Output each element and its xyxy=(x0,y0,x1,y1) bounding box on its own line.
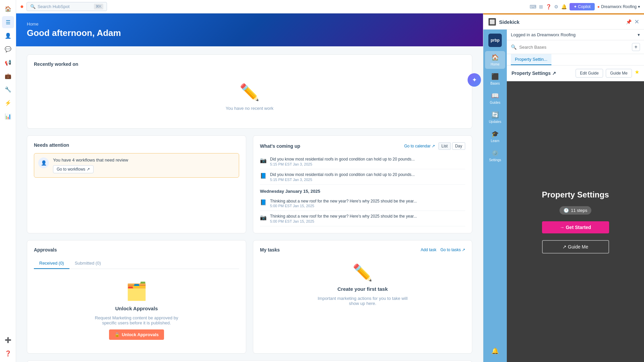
event-title-3: Thinking about a new roof for the new ye… xyxy=(270,198,417,204)
sidebar-reports-icon[interactable]: 📊 xyxy=(2,110,14,122)
copilot-button[interactable]: ✦ Copilot xyxy=(570,3,595,10)
add-task-link[interactable]: Add task xyxy=(421,247,436,252)
guide-me-header-button[interactable]: Guide Me xyxy=(606,69,632,78)
go-to-calendar-link[interactable]: Go to calendar ↗ xyxy=(404,144,435,148)
grid-icon[interactable]: ⊞ xyxy=(539,4,543,9)
sidebar-automation-icon[interactable]: ⚡ xyxy=(2,97,14,109)
workflow-message: You have 4 workflows that need review xyxy=(53,157,128,163)
get-started-button[interactable]: → Get Started xyxy=(542,221,609,233)
bases-nav-icon: ⬛ xyxy=(491,73,499,80)
recently-worked-card: Recently worked on ✏️ You have no recent… xyxy=(27,54,472,129)
sidekick-panel: 🔲 Sidekick 📌 ✕ prbp 🏠 Home xyxy=(483,13,644,362)
sidebar-menu-icon[interactable]: ☰ xyxy=(2,16,14,28)
sidekick-title: 🔲 Sidekick xyxy=(488,18,520,26)
view-list-button[interactable]: List xyxy=(438,142,451,150)
get-started-label: → Get Started xyxy=(560,225,591,230)
sidebar-help-icon[interactable]: ❓ xyxy=(2,347,14,359)
sidebar-conversations-icon[interactable]: 💬 xyxy=(2,43,14,55)
account-button[interactable]: ● Dreamworx Roofing ▾ xyxy=(597,4,640,9)
event-title-4: Thinking about a new roof for the new ye… xyxy=(270,214,417,219)
workflow-icon: 👤 xyxy=(38,157,49,168)
learn-nav-icon: 🎓 xyxy=(491,130,499,138)
coming-up-title: What's coming up xyxy=(260,143,300,149)
ps-actions: Edit Guide Guide Me ★ xyxy=(576,69,639,78)
star-icon[interactable]: ★ xyxy=(635,69,639,78)
sidekick-nav-home[interactable]: 🏠 Home xyxy=(485,51,505,69)
view-day-button[interactable]: Day xyxy=(452,142,465,150)
event-item-2: 📘 Did you know most residential roofs in… xyxy=(260,169,465,185)
keyboard-icon[interactable]: ⌨ xyxy=(530,4,536,9)
property-settings-card: Property Settings 🕐 11 steps → Get Start… xyxy=(507,81,644,362)
sidekick-pin-icon[interactable]: 📌 xyxy=(626,19,632,25)
create-task-title: Create your first task xyxy=(337,286,388,292)
search-shortcut: ⌘K xyxy=(94,4,103,9)
unlock-btn-label: Unlock Approvals xyxy=(122,332,159,337)
sidekick-nav-learn[interactable]: 🎓 Learn xyxy=(485,128,505,145)
help-circle-icon[interactable]: ❓ xyxy=(546,4,551,9)
go-to-tasks-link[interactable]: Go to tasks ↗ xyxy=(440,247,465,252)
event-content-3: Thinking about a new roof for the new ye… xyxy=(270,198,417,208)
settings-icon[interactable]: ⚙ xyxy=(554,4,558,9)
unlock-approvals-button[interactable]: 🔒 Unlock Approvals xyxy=(109,329,164,340)
approvals-card: Approvals Received (0) Submitted (0) 🗂️ … xyxy=(27,240,246,354)
sidebar-contacts-icon[interactable]: 👤 xyxy=(2,30,14,42)
tab-submitted[interactable]: Submitted (0) xyxy=(69,258,106,269)
updates-nav-label: Updates xyxy=(489,120,501,124)
guides-nav-label: Guides xyxy=(490,101,500,104)
edit-guide-button[interactable]: Edit Guide xyxy=(576,69,603,78)
magic-circle-button[interactable]: ✦ xyxy=(468,73,481,87)
create-task-desc: Important marketing actions for you to t… xyxy=(316,296,410,306)
main-content: Home Good afternoon, Adam Recently worke… xyxy=(16,13,483,362)
instagram-icon-2: 📷 xyxy=(260,214,267,221)
property-settings-header: Property Settings ↗ Edit Guide Guide Me … xyxy=(507,65,644,81)
feedback-bar: 🤔 Are we missing something? Let us know … xyxy=(27,360,472,362)
needs-attention-card: Needs attention 👤 You have 4 workflows t… xyxy=(27,135,246,233)
sidekick-header: 🔲 Sidekick 📌 ✕ xyxy=(483,14,644,30)
top-bar-actions: ⌨ ⊞ ❓ ⚙ 🔔 ✦ Copilot ● Dreamworx Roofing … xyxy=(530,3,640,10)
settings-nav-icon: ⚙️ xyxy=(491,149,499,157)
recently-worked-title: Recently worked on xyxy=(34,61,465,67)
add-base-button[interactable]: + xyxy=(632,43,640,51)
sidebar-home-icon[interactable]: 🏠 xyxy=(2,3,14,15)
sidekick-close-button[interactable]: ✕ xyxy=(634,18,639,26)
sidebar-sales-icon[interactable]: 💼 xyxy=(2,70,14,82)
search-bases-input[interactable] xyxy=(519,45,629,50)
logged-in-dropdown[interactable]: Logged in as Dreamworx Roofing ▾ xyxy=(507,30,644,40)
sidebar-service-icon[interactable]: 🔧 xyxy=(2,83,14,95)
sidekick-nav-guides[interactable]: 📖 Guides xyxy=(485,89,505,107)
event-time-2: 5:15 PM EST Jan 3, 2025 xyxy=(270,178,415,182)
event-content-1: Did you know most residential roofs in g… xyxy=(270,156,415,166)
event-title-1: Did you know most residential roofs in g… xyxy=(270,156,415,162)
home-greeting: Good afternoon, Adam xyxy=(27,28,472,38)
lock-icon: 🔒 xyxy=(114,332,120,337)
workflow-alert: 👤 You have 4 workflows that need review … xyxy=(34,153,239,178)
pencil-icon: ✏️ xyxy=(239,83,260,102)
guide-me-card-button[interactable]: ↗ Guide Me xyxy=(542,240,609,254)
bell-icon[interactable]: 🔔 xyxy=(561,4,567,9)
unlock-title: Unlock Approvals xyxy=(115,306,158,311)
guide-me-card-label: ↗ Guide Me xyxy=(562,244,588,250)
guides-nav-icon: 📖 xyxy=(491,92,499,99)
tab-received[interactable]: Received (0) xyxy=(34,258,69,269)
event-time-4: 5:00 PM EST Jan 15, 2025 xyxy=(270,219,417,223)
unlock-state: 🗂️ Unlock Approvals Request Marketing co… xyxy=(34,274,239,347)
copilot-label: Copilot xyxy=(578,4,590,9)
hubspot-logo: ● xyxy=(20,3,24,10)
my-tasks-header: My tasks Add task Go to tasks ↗ xyxy=(260,247,465,253)
event-item-1: 📷 Did you know most residential roofs in… xyxy=(260,154,465,169)
workflow-message-area: You have 4 workflows that need review Go… xyxy=(53,157,128,173)
sidebar-marketing-icon[interactable]: 📢 xyxy=(2,56,14,69)
updates-nav-icon: 🔄 xyxy=(491,111,499,119)
clock-icon: 🕐 xyxy=(564,208,569,213)
sidekick-nav-bases[interactable]: ⬛ Bases xyxy=(485,70,505,88)
property-settings-tab[interactable]: Property Settin... xyxy=(511,54,551,65)
settings-nav-label: Settings xyxy=(489,158,501,162)
search-bar[interactable]: 🔍 Search HubSpot ⌘K xyxy=(26,2,107,11)
coming-up-card: What's coming up Go to calendar ↗ List D… xyxy=(253,135,472,233)
sidekick-bell-button[interactable]: 🔔 xyxy=(485,344,505,358)
sidebar-add-icon[interactable]: ➕ xyxy=(2,334,14,346)
sidekick-nav-updates[interactable]: 🔄 Updates xyxy=(485,108,505,126)
content-area: Recently worked on ✏️ You have no recent… xyxy=(16,46,483,362)
go-to-workflows-button[interactable]: Go to workflows ↗ xyxy=(53,165,94,173)
sidekick-nav-settings[interactable]: ⚙️ Settings xyxy=(485,147,505,165)
